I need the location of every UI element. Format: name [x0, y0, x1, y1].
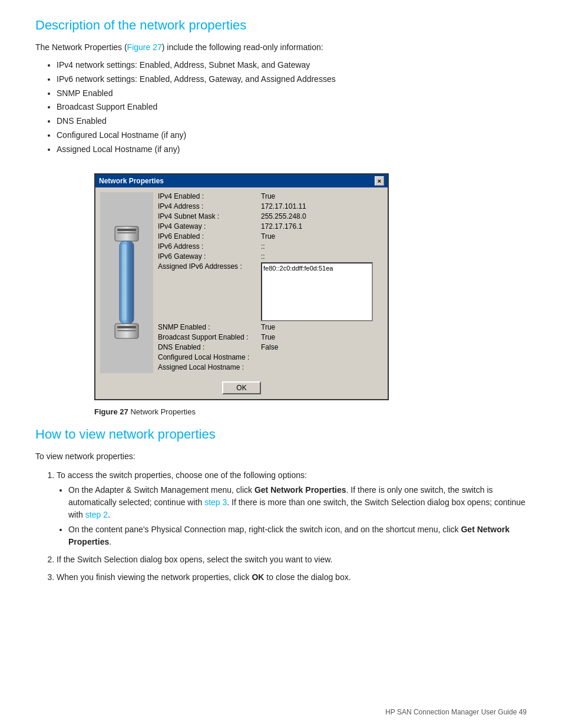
- field-label: Broadcast Support Enabled :: [158, 333, 261, 341]
- field-row-ipv6address: IPv6 Address : ::: [158, 242, 383, 251]
- properties-list: IPv4 network settings: Enabled, Address,…: [57, 58, 527, 157]
- figure-number: Figure 27: [94, 407, 128, 416]
- step-1-text: To access the switch properties, choose …: [57, 470, 307, 480]
- step2-link[interactable]: step 2: [85, 510, 108, 519]
- network-properties-dialog: Network Properties ×: [94, 173, 389, 400]
- step-1-bullets: On the Adapter & Switch Management menu,…: [68, 484, 527, 548]
- field-row-ipv4enabled: IPv4 Enabled : True: [158, 192, 383, 200]
- field-value: True: [261, 192, 275, 200]
- step-2-text: If the Switch Selection dialog box opens…: [57, 555, 332, 564]
- field-row-ipv4gateway: IPv4 Gateway : 172.17.176.1: [158, 222, 383, 230]
- step-1: To access the switch properties, choose …: [57, 469, 527, 548]
- field-row-broadcast: Broadcast Support Enabled : True: [158, 333, 383, 341]
- step-2: If the Switch Selection dialog box opens…: [57, 553, 527, 566]
- ipv6-addresses-textarea[interactable]: fe80::2c0:ddff:fe0d:51ea: [261, 262, 373, 321]
- bold-ok: OK: [252, 572, 264, 582]
- field-row-configured-hostname: Configured Local Hostname :: [158, 353, 383, 361]
- dialog-titlebar: Network Properties ×: [95, 174, 388, 187]
- step-1-bullet-1: On the Adapter & Switch Management menu,…: [68, 484, 527, 521]
- field-label: DNS Enabled :: [158, 343, 261, 351]
- list-item: SNMP Enabled: [57, 87, 527, 101]
- page-footer: HP SAN Connection Manager User Guide 49: [385, 708, 527, 716]
- field-label: IPv6 Enabled :: [158, 232, 261, 241]
- section1-intro: The Network Properties (Figure 27) inclu…: [35, 41, 527, 54]
- list-item: IPv6 network settings: Enabled, Address,…: [57, 73, 527, 87]
- list-item: DNS Enabled: [57, 114, 527, 129]
- field-label: IPv6 Gateway :: [158, 252, 261, 261]
- figure-caption-text: Network Properties: [128, 407, 196, 416]
- list-item: IPv4 network settings: Enabled, Address,…: [57, 58, 527, 73]
- cable-image: [100, 192, 153, 373]
- field-label: IPv4 Subnet Mask :: [158, 212, 261, 220]
- field-label: IPv4 Gateway :: [158, 222, 261, 230]
- section2-intro: To view network properties:: [35, 450, 527, 463]
- dialog-screenshot: Network Properties ×: [94, 173, 389, 400]
- field-label: Configured Local Hostname :: [158, 353, 261, 361]
- field-value: False: [261, 343, 278, 351]
- field-row-ipv6enabled: IPv6 Enabled : True: [158, 232, 383, 241]
- field-label: SNMP Enabled :: [158, 323, 261, 331]
- intro-text-after: ) include the following read-only inform…: [162, 42, 323, 52]
- dialog-title: Network Properties: [99, 177, 164, 185]
- field-row-ipv6assigned: Assigned IPv6 Addresses : fe80::2c0:ddff…: [158, 262, 383, 321]
- svg-rect-7: [117, 330, 136, 331]
- field-label: Assigned IPv6 Addresses :: [158, 262, 261, 271]
- field-row-dns: DNS Enabled : False: [158, 343, 383, 351]
- step-1-bullet-2: On the content pane's Physical Connectio…: [68, 523, 527, 548]
- figure-caption: Figure 27 Network Properties: [94, 407, 527, 416]
- bold-text: Get Network Properties: [254, 485, 346, 495]
- svg-rect-6: [117, 326, 136, 328]
- field-value: 172.17.176.1: [261, 222, 302, 230]
- field-row-ipv4address: IPv4 Address : 172.17.101.11: [158, 202, 383, 210]
- field-row-snmp: SNMP Enabled : True: [158, 323, 383, 331]
- field-label: IPv4 Address :: [158, 202, 261, 210]
- field-label: IPv4 Enabled :: [158, 192, 261, 200]
- dialog-close-button[interactable]: ×: [375, 176, 384, 186]
- bold-text: Get Network Properties: [68, 525, 510, 546]
- field-label: Assigned Local Hostname :: [158, 363, 261, 371]
- svg-rect-1: [117, 229, 136, 231]
- field-value: 255.255.248.0: [261, 212, 306, 220]
- cable-svg: [103, 223, 150, 341]
- field-row-assigned-hostname: Assigned Local Hostname :: [158, 363, 383, 371]
- field-value: ::: [261, 252, 265, 261]
- field-value: 172.17.101.11: [261, 202, 306, 210]
- field-value: True: [261, 323, 275, 331]
- svg-rect-0: [115, 226, 138, 241]
- list-item: Assigned Local Hostname (if any): [57, 143, 527, 157]
- field-value: ::: [261, 242, 265, 251]
- list-item: Broadcast Support Enabled: [57, 100, 527, 114]
- step3-link[interactable]: step 3: [204, 498, 227, 507]
- step-3: When you finish viewing the network prop…: [57, 571, 527, 584]
- field-value: True: [261, 232, 275, 241]
- dialog-footer: OK: [95, 378, 388, 399]
- intro-text-before: The Network Properties (: [35, 42, 127, 52]
- ok-button[interactable]: OK: [222, 381, 260, 394]
- field-label: IPv6 Address :: [158, 242, 261, 251]
- steps-list: To access the switch properties, choose …: [57, 469, 527, 584]
- figure27-link[interactable]: Figure 27: [127, 42, 162, 52]
- field-value: True: [261, 333, 275, 341]
- field-row-ipv6gateway: IPv6 Gateway : ::: [158, 252, 383, 261]
- dialog-body: IPv4 Enabled : True IPv4 Address : 172.1…: [95, 187, 388, 378]
- dialog-fields: IPv4 Enabled : True IPv4 Address : 172.1…: [158, 192, 383, 373]
- section2-title: How to view network properties: [35, 427, 527, 442]
- svg-rect-2: [117, 232, 136, 233]
- section1-title: Description of the network properties: [35, 18, 527, 33]
- svg-rect-4: [122, 244, 127, 321]
- field-row-ipv4subnet: IPv4 Subnet Mask : 255.255.248.0: [158, 212, 383, 220]
- list-item: Configured Local Hostname (if any): [57, 129, 527, 143]
